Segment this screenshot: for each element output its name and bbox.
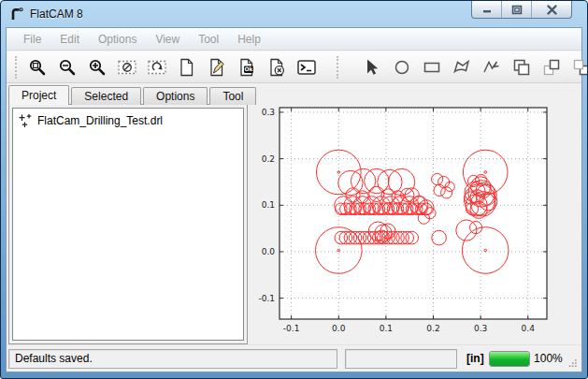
copy-objects-icon — [541, 57, 562, 78]
zoom-out-button[interactable] — [53, 53, 80, 80]
maximize-button[interactable] — [502, 1, 532, 18]
replot-icon — [147, 57, 167, 78]
edit-file-icon — [207, 57, 227, 78]
run-script-icon: Ok — [237, 57, 257, 78]
maximize-icon — [511, 5, 523, 15]
move-objects-icon — [571, 57, 588, 78]
minimize-button[interactable] — [472, 1, 502, 18]
menu-view[interactable]: View — [146, 28, 189, 51]
zoom-in-button[interactable] — [83, 53, 110, 80]
status-message: Defaults saved. — [15, 352, 93, 365]
delete-object-button[interactable] — [263, 53, 290, 80]
status-bar: Defaults saved. [in] 100% — [7, 344, 581, 372]
clear-plot-icon — [117, 57, 137, 78]
svg-text:0.2: 0.2 — [262, 154, 275, 164]
menu-options[interactable]: Options — [89, 28, 146, 51]
menu-bar: FileEditOptionsViewToolHelp — [7, 28, 581, 51]
tab-project[interactable]: Project — [8, 85, 69, 105]
replot-button[interactable] — [143, 53, 170, 80]
caption-buttons — [471, 1, 572, 19]
svg-text:Ok: Ok — [244, 66, 253, 72]
edit-file-button[interactable] — [203, 53, 230, 80]
flatcam-logo-icon — [9, 7, 24, 22]
zoom-out-icon — [57, 57, 78, 78]
zoom-in-icon — [87, 57, 108, 78]
svg-text:0.2: 0.2 — [426, 324, 439, 333]
select-tool-icon — [362, 57, 382, 78]
clear-plot-button[interactable] — [113, 53, 140, 80]
delete-object-icon — [266, 57, 287, 78]
tab-options[interactable]: Options — [143, 87, 208, 105]
toolbar-handle[interactable] — [337, 56, 338, 79]
project-tree[interactable]: FlatCam_Drilling_Test.drl — [12, 108, 244, 341]
shell-icon — [296, 57, 317, 78]
polygon-union-icon — [511, 57, 532, 78]
units-label: [in] — [466, 352, 484, 365]
progress-percent-label: 100% — [534, 352, 563, 365]
project-tab-pane: FlatCam_Drilling_Test.drl — [8, 104, 248, 344]
tab-tool[interactable]: Tool — [209, 87, 256, 105]
menu-edit[interactable]: Edit — [50, 28, 89, 51]
draw-rectangle-icon — [422, 57, 442, 78]
shell-button[interactable] — [293, 53, 320, 80]
new-project-icon — [177, 57, 197, 78]
zoom-fit-icon — [27, 57, 48, 78]
close-button[interactable] — [532, 1, 571, 18]
client-area: FileEditOptionsViewToolHelp Ok ProjectSe… — [6, 27, 582, 372]
draw-circle-icon — [392, 57, 412, 78]
progress-bar — [489, 351, 530, 367]
new-project-button[interactable] — [173, 53, 200, 80]
draw-circle-button[interactable] — [388, 53, 415, 80]
toolbar-group-2 — [358, 53, 588, 80]
drill-file-icon — [18, 113, 33, 128]
minimize-icon — [481, 5, 493, 14]
close-icon — [546, 5, 558, 15]
plot-panel: -0.10.00.10.20.30.4-0.10.00.10.20.3 — [248, 90, 581, 344]
svg-text:0.3: 0.3 — [262, 108, 275, 117]
zoom-fit-button[interactable] — [23, 53, 50, 80]
toolbar: Ok — [7, 51, 581, 83]
toolbar-group-1: Ok — [23, 53, 320, 80]
copy-objects-button[interactable] — [538, 53, 565, 80]
tab-selected[interactable]: Selected — [71, 87, 141, 105]
tree-item-label: FlatCam_Drilling_Test.drl — [37, 114, 163, 127]
svg-text:0.4: 0.4 — [522, 324, 536, 333]
draw-path-button[interactable] — [478, 53, 505, 80]
draw-polygon-button[interactable] — [448, 53, 475, 80]
toolbar-handle[interactable] — [15, 56, 17, 79]
draw-polygon-icon — [452, 57, 472, 78]
svg-text:0.0: 0.0 — [332, 324, 346, 333]
menu-tool[interactable]: Tool — [189, 28, 228, 51]
status-message-panel: Defaults saved. — [8, 349, 337, 369]
tree-item[interactable]: FlatCam_Drilling_Test.drl — [15, 111, 241, 130]
menu-help[interactable]: Help — [228, 28, 270, 51]
window-title: FlatCAM 8 — [30, 7, 83, 21]
draw-path-icon — [481, 57, 502, 78]
menu-file[interactable]: File — [14, 28, 50, 51]
svg-text:-0.1: -0.1 — [258, 294, 275, 303]
tab-bar: ProjectSelectedOptionsTool — [8, 85, 258, 105]
svg-text:0.0: 0.0 — [262, 247, 276, 256]
resize-grip-icon[interactable] — [568, 357, 578, 370]
run-script-button[interactable]: Ok — [233, 53, 260, 80]
draw-rectangle-button[interactable] — [418, 53, 445, 80]
flatcam-window: FlatCAM 8 FileEditOptionsViewToolHelp Ok… — [0, 0, 588, 379]
svg-text:0.3: 0.3 — [474, 324, 487, 333]
polygon-union-button[interactable] — [508, 53, 535, 80]
title-bar[interactable]: FlatCAM 8 — [1, 1, 587, 27]
select-tool-button[interactable] — [358, 53, 385, 80]
status-aux-panel — [345, 349, 457, 369]
svg-text:0.1: 0.1 — [380, 324, 393, 333]
move-objects-button[interactable] — [567, 53, 588, 80]
plot-canvas[interactable]: -0.10.00.10.20.30.4-0.10.00.10.20.3 — [248, 90, 581, 344]
svg-text:-0.1: -0.1 — [283, 324, 300, 333]
svg-text:0.1: 0.1 — [262, 200, 275, 210]
progress-fill — [490, 352, 529, 366]
